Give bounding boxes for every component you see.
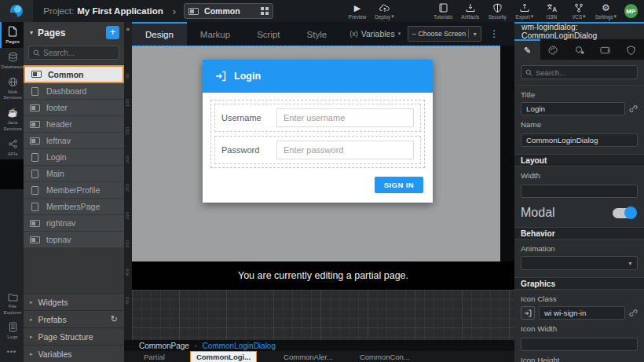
rail-item-pages[interactable]: Pages <box>0 22 24 48</box>
rail-item-logs[interactable]: Logs <box>0 318 24 343</box>
rail-item-file-explorer[interactable]: File Explorer <box>0 289 24 319</box>
sign-in-icon <box>215 71 226 82</box>
bind-icon[interactable] <box>629 309 638 317</box>
security-button[interactable]: Security <box>484 0 511 22</box>
rail-more-button[interactable]: ••• <box>0 343 24 362</box>
properties-search[interactable] <box>521 65 638 79</box>
page-selector[interactable]: Common <box>184 3 273 19</box>
width-input[interactable] <box>521 185 638 198</box>
page-item-memberprofile[interactable]: MemberProfile <box>24 182 124 199</box>
username-row[interactable]: Username <box>214 104 421 132</box>
tab-security[interactable] <box>618 39 644 60</box>
export-button[interactable]: Export▾ <box>511 0 539 22</box>
search-icon <box>33 49 40 57</box>
page-item-common[interactable]: Common <box>24 65 124 83</box>
page-icon <box>31 170 38 178</box>
partial-icon <box>188 8 199 15</box>
add-page-button[interactable]: + <box>106 26 119 39</box>
animation-select[interactable]: ▼ <box>521 256 638 270</box>
icon-width-input[interactable] <box>521 338 638 351</box>
password-input[interactable] <box>276 141 414 159</box>
pages-panel: ▾ Pages + Common Dashboard footer header… <box>24 22 124 362</box>
user-avatar[interactable]: MP <box>624 4 638 18</box>
partial-tab-commonalertdialog[interactable]: CommonAler... <box>284 353 333 361</box>
caret-down-icon: ▾ <box>398 31 401 37</box>
tab-design[interactable]: Design <box>132 22 187 46</box>
collapse-panel-button[interactable]: « <box>124 22 132 33</box>
app-logo[interactable] <box>0 0 33 22</box>
page-item-leftnav[interactable]: leftnav <box>24 133 124 149</box>
caret-down-icon[interactable]: ▾ <box>30 29 33 36</box>
kebab-menu-icon[interactable]: ⋮ <box>489 28 499 39</box>
title-input[interactable] <box>521 102 625 115</box>
canvas-grid <box>132 290 514 340</box>
download-tray-icon <box>466 3 475 13</box>
breadcrumb-current[interactable]: CommonLoginDialog <box>203 342 276 350</box>
tab-style[interactable]: Style <box>294 22 341 46</box>
i18n-button[interactable]: I18N <box>538 0 565 22</box>
screen-size-select[interactable]: -- Choose Screen Size -- ▼ <box>408 26 481 42</box>
caret-right-icon: ▸ <box>30 316 33 323</box>
username-input[interactable] <box>276 108 414 127</box>
rail-item-apis[interactable]: APIs <box>0 135 24 160</box>
icon-class-input[interactable] <box>539 306 625 320</box>
tutorials-button[interactable]: Tutorials <box>430 0 457 22</box>
deploy-button[interactable]: Deploy▾ <box>371 0 398 22</box>
vertical-ruler: « 50 100 150 200 250 300 350 400 450 <box>124 22 132 362</box>
rail-item-web-services[interactable]: Web Services <box>0 73 24 104</box>
accordion-variables[interactable]: ▸Variables <box>24 345 124 362</box>
page-item-memberspage[interactable]: MembersPage <box>24 199 124 215</box>
tab-properties[interactable]: ✎ <box>514 39 540 60</box>
section-layout[interactable]: Layout <box>514 154 644 166</box>
pages-search-input[interactable] <box>43 49 115 57</box>
accordion-prefabs[interactable]: ▸Prefabs↻ <box>24 310 124 327</box>
variables-icon: (x) <box>349 30 358 38</box>
partial-tab-commonconfirmdialog[interactable]: CommonCon... <box>360 353 410 361</box>
page-item-login[interactable]: Login <box>24 149 124 166</box>
pages-icon <box>8 26 17 37</box>
name-input[interactable] <box>521 133 638 147</box>
artifacts-button[interactable]: Artifacts <box>456 0 484 22</box>
refresh-icon[interactable]: ↻ <box>111 314 118 324</box>
variables-dropdown[interactable]: (x) Variables ▾ <box>349 29 401 38</box>
tab-styles[interactable] <box>540 39 566 60</box>
section-graphics[interactable]: Graphics <box>514 277 644 290</box>
rail-item-java-services[interactable]: ☕ Java Services <box>0 104 24 135</box>
page-item-header[interactable]: header <box>24 116 124 133</box>
page-item-dashboard[interactable]: Dashboard <box>24 83 124 100</box>
breadcrumb-parent[interactable]: CommonPage <box>139 342 189 350</box>
partial-tab-commonlogindialog[interactable]: CommonLogi... <box>190 351 257 362</box>
tab-script[interactable]: Script <box>243 22 293 46</box>
dialog-form[interactable]: Username Password <box>210 100 425 168</box>
bind-icon[interactable] <box>629 104 638 113</box>
tab-markup[interactable]: Markup <box>187 22 243 46</box>
section-behavior[interactable]: Behavior <box>514 227 644 240</box>
tab-events[interactable] <box>566 39 592 60</box>
pages-search[interactable] <box>28 46 119 60</box>
page-item-footer[interactable]: footer <box>24 100 124 116</box>
rail-item-databases[interactable]: Databases <box>0 48 24 73</box>
partial-icon <box>30 220 40 227</box>
properties-panel-header: wm-logindialog: CommonLoginDialog <box>514 24 644 39</box>
ruler-mark: 450 <box>125 297 130 305</box>
tab-device[interactable] <box>592 39 618 60</box>
preview-button[interactable]: ▶ Preview <box>344 0 371 22</box>
password-row[interactable]: Password <box>214 136 421 164</box>
properties-search-input[interactable] <box>536 68 633 77</box>
dialog-header[interactable]: Login <box>203 60 433 93</box>
settings-button[interactable]: ⚙ Settings▾ <box>592 0 620 22</box>
sign-in-button[interactable]: SIGN IN <box>375 177 423 193</box>
username-label: Username <box>221 113 270 122</box>
icon-height-label: Icon Height <box>521 356 638 362</box>
page-item-topnav[interactable]: topnav <box>24 232 124 248</box>
page-item-main[interactable]: Main <box>24 166 124 182</box>
modal-toggle[interactable] <box>613 208 636 218</box>
vcs-button[interactable]: VCS▾ <box>565 0 593 22</box>
icon-class-label: Icon Class <box>521 294 638 303</box>
page-item-rightnav[interactable]: rightnav <box>24 215 124 232</box>
accordion-widgets[interactable]: ▸Widgets <box>24 293 124 310</box>
design-canvas[interactable]: Login Username Password SIGN IN <box>132 46 500 261</box>
login-dialog[interactable]: Login Username Password SIGN IN <box>203 60 433 203</box>
accordion-page-structure[interactable]: ▸Page Structure <box>24 327 124 345</box>
title-label: Title <box>521 90 638 99</box>
